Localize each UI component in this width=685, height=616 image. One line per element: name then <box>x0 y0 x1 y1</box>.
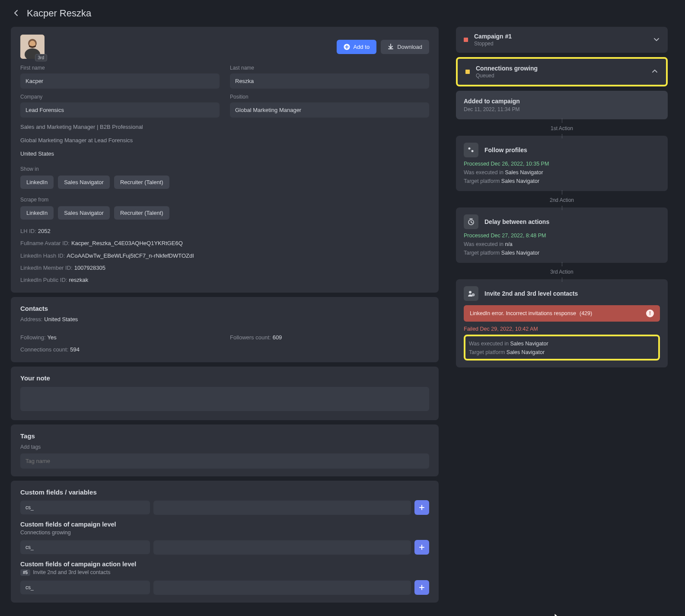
cursor-icon <box>554 613 559 616</box>
note-title: Your note <box>20 374 429 382</box>
tags-title: Tags <box>20 432 429 440</box>
invite-icon <box>464 286 478 301</box>
show-in-sales-nav[interactable]: Sales Navigator <box>58 176 110 189</box>
plus-icon <box>419 584 425 590</box>
cf-campaign-level-sub: Connections growing <box>20 530 429 536</box>
avatar-id-row: Fullname Avatar ID:Kacper_Reszka_C4E03AQ… <box>20 239 429 248</box>
cf-action-level-title: Custom fields of campaign action level <box>20 561 429 568</box>
note-card: Your note <box>11 367 439 420</box>
lh-id-row: LH ID:2052 <box>20 227 429 236</box>
chevron-down-icon[interactable] <box>653 36 660 44</box>
profile-subline: Global Marketing Manager at Lead Forensi… <box>20 136 429 145</box>
error-icon: ! <box>646 310 654 317</box>
connection-degree-badge: 3rd <box>35 54 47 61</box>
follow-icon <box>464 143 478 157</box>
cf-add-button-2[interactable] <box>414 540 429 555</box>
cf-add-button-1[interactable] <box>414 500 429 515</box>
timeline-added-card: Added to campaign Dec 11, 2022, 11:34 PM <box>456 91 668 119</box>
profile-location: United States <box>20 150 429 159</box>
cf-key-input-1[interactable] <box>20 501 150 514</box>
cf-value-input-3[interactable] <box>153 581 411 595</box>
timeline-action-2: Delay between actions Processed Dec 27, … <box>456 207 668 263</box>
cf-action-level-sub: #5Invite 2nd and 3rd level contacts <box>20 569 429 576</box>
contacts-card: Contacts Address:United States Following… <box>11 297 439 362</box>
action2-title: Delay between actions <box>484 218 549 225</box>
download-button-label: Download <box>397 44 422 50</box>
campaign-item-2[interactable]: Connections growing Queued <box>456 57 668 86</box>
company-input[interactable] <box>20 102 220 118</box>
timeline-marker-2: 2nd Action <box>456 195 668 206</box>
status-dot-stopped-icon <box>464 38 468 42</box>
cf-value-input-2[interactable] <box>153 540 411 555</box>
page-title: Kacper Reszka <box>27 8 91 19</box>
avatar: 3rd <box>20 35 45 59</box>
scrape-from-label: Scrape from <box>20 197 429 203</box>
last-name-label: Last name <box>230 65 429 71</box>
svg-point-6 <box>469 291 472 294</box>
action1-title: Follow profiles <box>484 147 527 153</box>
hash-id-row: LinkedIn Hash ID:ACoAADwTw_EBeWLFuj5tCF7… <box>20 251 429 261</box>
campaign-item-1[interactable]: Campaign #1 Stopped <box>456 27 668 53</box>
campaign-2-name: Connections growing <box>476 65 538 72</box>
add-tags-label: Add tags <box>20 444 429 450</box>
tags-card: Tags Add tags <box>11 424 439 476</box>
delay-icon <box>464 214 478 229</box>
timeline-action-1: Follow profiles Processed Dec 26, 2022, … <box>456 136 668 191</box>
first-name-input[interactable] <box>20 73 220 89</box>
cf-key-input-2[interactable] <box>20 540 150 554</box>
show-in-recruiter[interactable]: Recruiter (Talent) <box>114 176 169 189</box>
chevron-up-icon[interactable] <box>651 68 658 76</box>
download-icon <box>388 44 394 50</box>
cf-key-input-3[interactable] <box>20 581 150 594</box>
error-banner: LinkedIn error. Incorrect invitations re… <box>464 305 660 322</box>
contacts-title: Contacts <box>20 305 429 312</box>
cf-campaign-level-title: Custom fields of campaign level <box>20 521 429 528</box>
plus-icon <box>419 504 425 511</box>
highlighted-exec-target-box: Was executed in Sales Navigator Target p… <box>464 335 660 361</box>
status-dot-queued-icon <box>465 70 470 74</box>
profile-card: 3rd Add to Download First name <box>11 27 439 293</box>
download-button[interactable]: Download <box>381 40 429 54</box>
campaign-2-status: Queued <box>476 73 538 79</box>
added-ts: Dec 11, 2022, 11:34 PM <box>464 106 660 112</box>
add-to-button[interactable]: Add to <box>337 40 377 54</box>
following-row: Following:Yes <box>20 333 220 342</box>
note-input[interactable] <box>20 387 429 411</box>
campaign-1-status: Stopped <box>474 41 512 47</box>
scrape-from-linkedin[interactable]: LinkedIn <box>20 206 54 220</box>
scrape-from-recruiter[interactable]: Recruiter (Talent) <box>114 206 169 220</box>
show-in-label: Show in <box>20 166 429 172</box>
show-in-linkedin[interactable]: LinkedIn <box>20 176 54 189</box>
company-label: Company <box>20 94 220 100</box>
profile-headline: Sales and Marketing Manager | B2B Profes… <box>20 123 429 132</box>
timeline-marker-1: 1st Action <box>456 123 668 134</box>
first-name-label: First name <box>20 65 220 71</box>
address-row: Address:United States <box>20 315 429 324</box>
action-number-badge: #5 <box>20 569 30 576</box>
position-input[interactable] <box>230 102 429 118</box>
custom-fields-title: Custom fields / variables <box>20 488 429 496</box>
tags-input[interactable] <box>20 453 429 469</box>
campaign-1-name: Campaign #1 <box>474 33 512 40</box>
position-label: Position <box>230 94 429 100</box>
cf-add-button-3[interactable] <box>414 580 429 595</box>
action3-title: Invite 2nd and 3rd level contacts <box>484 290 578 297</box>
add-to-button-label: Add to <box>354 44 370 50</box>
back-chevron-icon[interactable] <box>13 10 20 18</box>
added-title: Added to campaign <box>464 98 660 105</box>
cf-value-input-1[interactable] <box>153 501 411 515</box>
timeline-action-3: Invite 2nd and 3rd level contacts Linked… <box>456 279 668 367</box>
member-id-row: LinkedIn Member ID:1007928305 <box>20 263 429 273</box>
plus-icon <box>419 544 425 550</box>
custom-fields-card: Custom fields / variables Custom fields … <box>11 481 439 603</box>
public-id-row: LinkedIn Public ID:reszkak <box>20 275 429 285</box>
scrape-from-sales-nav[interactable]: Sales Navigator <box>58 206 110 220</box>
plus-circle-icon <box>344 44 350 50</box>
followers-row: Followers count:609 <box>230 333 429 342</box>
last-name-input[interactable] <box>230 73 429 89</box>
connections-row: Connections count:594 <box>20 345 220 354</box>
timeline-marker-3: 3rd Action <box>456 266 668 278</box>
